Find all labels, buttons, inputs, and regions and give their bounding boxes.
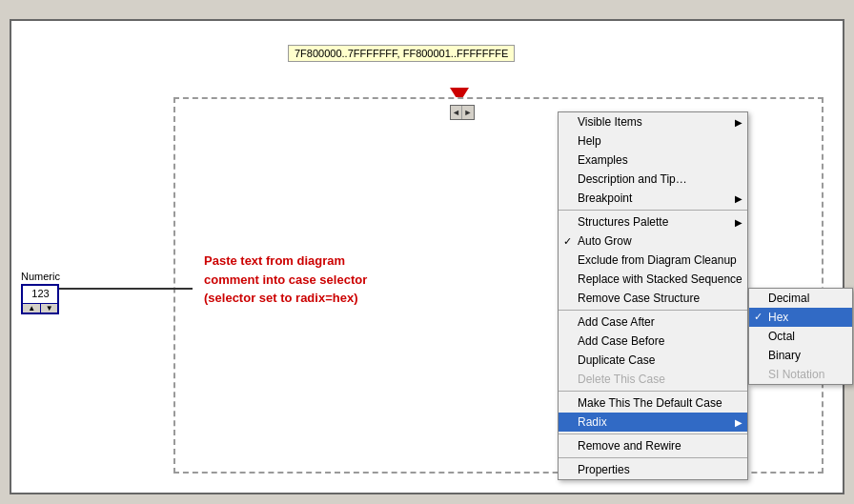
numeric-label: Numeric [21, 271, 60, 282]
menu-separator [559, 310, 747, 311]
case-selector-next[interactable]: ► [462, 106, 474, 119]
menu-item-description-tip[interactable]: Description and Tip… [559, 170, 747, 189]
menu-item-examples[interactable]: Examples [559, 151, 747, 170]
numeric-value: 123 [23, 286, 57, 303]
menu-item-duplicate-case[interactable]: Duplicate Case [559, 351, 747, 370]
menu-item-add-case-after[interactable]: Add Case After [559, 312, 747, 332]
submenu-arrow-icon: ▶ [735, 217, 742, 228]
submenu-item-octal[interactable]: Octal [749, 327, 852, 346]
submenu-arrow-icon: ▶ [735, 117, 742, 128]
menu-separator [559, 210, 747, 211]
submenu-item-si-notation: SI Notation [749, 365, 852, 384]
menu-item-add-case-before[interactable]: Add Case Before [559, 332, 747, 351]
numeric-inc-dec: ▲ ▼ [23, 303, 57, 312]
menu-item-properties[interactable]: Properties [559, 460, 747, 479]
numeric-control[interactable]: 123 ▲ ▼ [21, 284, 59, 314]
submenu-item-hex[interactable]: Hex [749, 308, 852, 327]
menu-item-visible-items[interactable]: Visible Items▶ [559, 112, 747, 131]
menu-item-remove-rewire[interactable]: Remove and Rewire [559, 436, 747, 455]
submenu-item-binary[interactable]: Binary [749, 346, 852, 365]
menu-item-replace-stacked[interactable]: Replace with Stacked Sequence [559, 270, 747, 289]
menu-separator [559, 391, 747, 392]
numeric-control-block: Numeric 123 ▲ ▼ [21, 271, 60, 314]
menu-item-auto-grow[interactable]: Auto Grow [559, 232, 747, 251]
context-menu: Visible Items▶HelpExamplesDescription an… [558, 111, 748, 480]
menu-separator [559, 457, 747, 458]
submenu-arrow-icon: ▶ [735, 417, 742, 428]
canvas-area: 7F800000..7FFFFFFF, FF800001..FFFFFFFE P… [10, 19, 844, 494]
case-selector-prev[interactable]: ◄ [451, 106, 462, 119]
menu-item-exclude-cleanup[interactable]: Exclude from Diagram Cleanup [559, 251, 747, 270]
numeric-increment[interactable]: ▲ [23, 304, 41, 312]
menu-item-help[interactable]: Help [559, 131, 747, 151]
value-label: 7F800000..7FFFFFFF, FF800001..FFFFFFFE [288, 45, 515, 62]
case-selector[interactable]: ◄ ► [450, 105, 475, 120]
menu-item-remove-case[interactable]: Remove Case Structure [559, 289, 747, 308]
submenu-item-decimal[interactable]: Decimal [749, 289, 852, 308]
menu-item-structures-palette[interactable]: Structures Palette▶ [559, 212, 747, 232]
menu-item-make-default[interactable]: Make This The Default Case [559, 393, 747, 413]
submenu-arrow-icon: ▶ [735, 193, 742, 204]
menu-item-radix[interactable]: Radix▶ [559, 413, 747, 432]
menu-item-delete-case: Delete This Case [559, 370, 747, 389]
paste-text-label: Paste text from diagram comment into cas… [204, 252, 367, 308]
numeric-decrement[interactable]: ▼ [41, 304, 58, 312]
submenu-radix: DecimalHexOctalBinarySI Notation [748, 288, 853, 385]
wire-line [59, 288, 193, 290]
menu-separator [559, 433, 747, 434]
menu-item-breakpoint[interactable]: Breakpoint▶ [559, 189, 747, 208]
